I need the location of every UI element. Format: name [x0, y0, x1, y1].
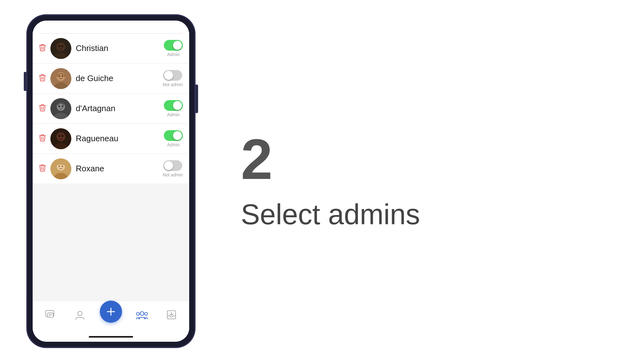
toggle-container-dartagnan: Admin [164, 100, 183, 117]
nav-messages-button[interactable] [41, 305, 60, 324]
user-row-roxane: Roxane Not admin [33, 154, 189, 184]
admin-toggle-ragueneau[interactable] [164, 130, 183, 141]
toggle-container-ragueneau: Admin [164, 130, 183, 147]
delete-roxane-button[interactable] [39, 164, 46, 174]
delete-christian-button[interactable] [39, 43, 46, 54]
home-indicator [33, 332, 189, 342]
toggle-container-deguiche: Not admin [163, 70, 183, 87]
svg-point-12 [59, 75, 60, 77]
page-container: Christian Admin [0, 0, 644, 362]
svg-point-42 [140, 312, 144, 315]
admin-label-roxane: Not admin [163, 172, 183, 177]
toggle-knob-deguiche [164, 71, 173, 80]
bottom-nav [33, 301, 189, 332]
user-row-dartagnan: d'Artagnan Admin [33, 94, 189, 124]
svg-point-24 [56, 132, 65, 141]
admin-toggle-dartagnan[interactable] [164, 100, 183, 111]
user-list: Christian Admin [33, 34, 189, 184]
toggle-knob-dartagnan [173, 101, 182, 110]
phone-frame: Christian Admin [27, 15, 195, 347]
nav-groups-button[interactable] [132, 305, 151, 324]
svg-point-43 [136, 313, 139, 315]
admin-label-christian: Admin [167, 52, 180, 57]
user-name-roxane: Roxane [76, 164, 158, 174]
user-name-deguiche: de Guiche [76, 73, 158, 83]
home-bar [89, 336, 133, 338]
admin-toggle-deguiche[interactable] [163, 70, 182, 81]
toggle-container-roxane: Not admin [163, 160, 183, 177]
svg-point-6 [61, 45, 63, 47]
avatar-christian [50, 38, 71, 59]
svg-point-13 [62, 75, 63, 77]
nav-contacts-button[interactable] [70, 305, 89, 324]
phone-notch [33, 21, 189, 33]
delete-ragueneau-button[interactable] [39, 134, 46, 144]
avatar-deguiche [50, 68, 71, 89]
svg-point-5 [58, 45, 60, 47]
svg-point-33 [59, 166, 60, 167]
avatar-ragueneau [50, 128, 71, 149]
user-row-christian: Christian Admin [33, 34, 189, 64]
avatar-roxane [50, 158, 71, 179]
toggle-knob-roxane [164, 161, 173, 170]
svg-point-26 [59, 135, 60, 137]
admin-label-ragueneau: Admin [167, 142, 180, 147]
step-title: Select admins [241, 197, 625, 232]
step-number: 2 [241, 131, 625, 188]
nav-inbox-button[interactable] [162, 305, 181, 324]
admin-toggle-roxane[interactable] [163, 160, 182, 171]
svg-point-27 [62, 135, 63, 137]
user-name-ragueneau: Ragueneau [76, 134, 159, 143]
user-name-christian: Christian [76, 43, 159, 53]
admin-toggle-christian[interactable] [164, 40, 183, 51]
text-section: 2 Select admins [222, 105, 644, 257]
svg-rect-36 [48, 313, 53, 317]
admin-label-dartagnan: Admin [167, 112, 180, 117]
svg-point-3 [56, 42, 65, 51]
avatar-dartagnan [50, 98, 71, 119]
delete-dartagnan-button[interactable] [39, 104, 46, 114]
delete-deguiche-button[interactable] [39, 73, 46, 84]
svg-point-44 [145, 313, 147, 315]
user-list-area: Christian Admin [33, 34, 189, 301]
toggle-knob-christian [173, 41, 182, 50]
svg-point-20 [62, 105, 63, 107]
user-row-deguiche: de Guiche Not admin [33, 64, 189, 94]
toggle-container-christian: Admin [164, 40, 183, 57]
svg-point-19 [59, 105, 60, 107]
svg-point-39 [78, 311, 82, 316]
phone-screen: Christian Admin [33, 21, 189, 342]
admin-label-deguiche: Not admin [163, 82, 183, 87]
phone-section: Christian Admin [0, 0, 222, 362]
toggle-knob-ragueneau [173, 131, 182, 140]
svg-point-34 [62, 166, 63, 167]
user-row-ragueneau: Ragueneau Admin [33, 124, 189, 154]
user-name-dartagnan: d'Artagnan [76, 104, 159, 113]
nav-add-button[interactable] [100, 301, 122, 323]
